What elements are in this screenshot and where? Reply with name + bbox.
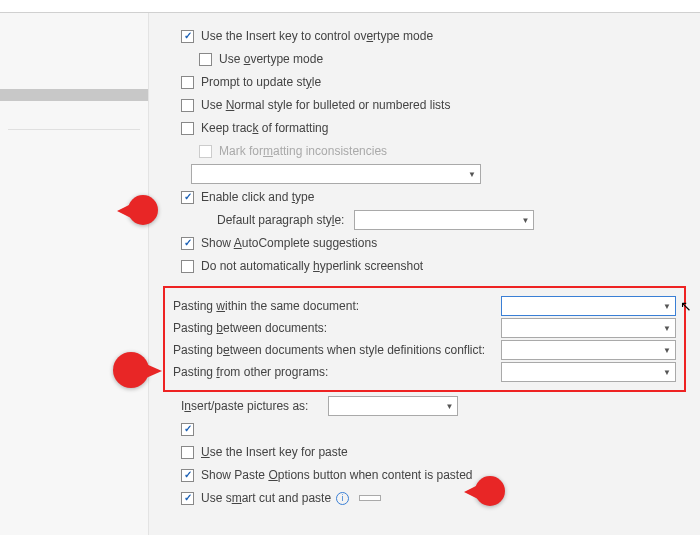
- dropdown-paste-within[interactable]: ▼: [501, 296, 676, 316]
- label-use-normal: Use Normal style for bulleted or numbere…: [201, 98, 450, 112]
- checkbox-use-insert-paste[interactable]: [181, 446, 194, 459]
- sidebar-item-save[interactable]: [0, 53, 148, 65]
- category-sidebar: [0, 13, 149, 535]
- checkbox-no-auto-hyperlink[interactable]: [181, 260, 194, 273]
- info-icon[interactable]: i: [336, 492, 349, 505]
- checkbox-keep-track[interactable]: [181, 122, 194, 135]
- sidebar-item-language[interactable]: [0, 65, 148, 77]
- label-no-auto-hyperlink: Do not automatically hyperlink screensho…: [201, 259, 423, 273]
- label-paste-conflict: Pasting between documents when style def…: [173, 343, 485, 357]
- chevron-down-icon: ▼: [663, 302, 671, 311]
- label-paste-between: Pasting between documents:: [173, 321, 327, 335]
- label-smart-cut-paste: Use smart cut and paste: [201, 491, 331, 505]
- checkbox-smart-cut-paste[interactable]: [181, 492, 194, 505]
- dropdown-paste-other[interactable]: ▼: [501, 362, 676, 382]
- callout-3: [475, 476, 505, 506]
- label-default-paragraph: Default paragraph style:: [217, 213, 344, 227]
- callout-2: [113, 352, 149, 388]
- sidebar-item-display[interactable]: [0, 29, 148, 41]
- label-enable-click-type: Enable click and type: [201, 190, 314, 204]
- chevron-down-icon: ▼: [663, 368, 671, 377]
- sidebar-item-ease[interactable]: [0, 77, 148, 89]
- checkbox-keep-bullets[interactable]: [181, 423, 194, 436]
- dialog-title: [0, 0, 700, 13]
- options-content: Use the Insert key to control overtype m…: [149, 13, 700, 535]
- sidebar-item-advanced[interactable]: [0, 89, 148, 101]
- sidebar-item-addins[interactable]: [0, 134, 148, 146]
- label-use-insert-paste: Use the Insert key for paste: [201, 445, 348, 459]
- label-paste-other: Pasting from other programs:: [173, 365, 328, 379]
- callout-1: [128, 195, 158, 225]
- dropdown-insert-paste-pictures[interactable]: ▼: [328, 396, 458, 416]
- label-use-overtype: Use overtype mode: [219, 52, 323, 66]
- chevron-down-icon: ▼: [468, 170, 476, 179]
- settings-button[interactable]: [359, 495, 381, 501]
- sidebar-item-trust[interactable]: [0, 146, 148, 158]
- cursor-icon: ↖: [680, 298, 692, 314]
- label-show-paste-options: Show Paste Options button when content i…: [201, 468, 473, 482]
- checkbox-show-paste-options[interactable]: [181, 469, 194, 482]
- chevron-down-icon: ▼: [663, 324, 671, 333]
- label-mark-inconsistencies: Mark formatting inconsistencies: [219, 144, 387, 158]
- label-insert-paste-pictures: Insert/paste pictures as:: [181, 399, 308, 413]
- sidebar-item-proofing[interactable]: [0, 41, 148, 53]
- label-use-insert-key: Use the Insert key to control overtype m…: [201, 29, 433, 43]
- dropdown-default-paragraph[interactable]: ▼: [354, 210, 534, 230]
- dropdown-paste-conflict[interactable]: ▼: [501, 340, 676, 360]
- chevron-down-icon: ▼: [446, 402, 454, 411]
- label-paste-within: Pasting within the same document:: [173, 299, 359, 313]
- chevron-down-icon: ▼: [663, 346, 671, 355]
- checkbox-prompt-update[interactable]: [181, 76, 194, 89]
- checkbox-use-insert-key[interactable]: [181, 30, 194, 43]
- chevron-down-icon: ▼: [522, 216, 530, 225]
- checkbox-mark-inconsistencies: [199, 145, 212, 158]
- label-prompt-update: Prompt to update style: [201, 75, 321, 89]
- label-keep-track: Keep track of formatting: [201, 121, 328, 135]
- checkbox-use-overtype[interactable]: [199, 53, 212, 66]
- dropdown-paste-between[interactable]: ▼: [501, 318, 676, 338]
- dialog-body: Use the Insert key to control overtype m…: [0, 13, 700, 535]
- checkbox-show-autocomplete[interactable]: [181, 237, 194, 250]
- checkbox-enable-click-type[interactable]: [181, 191, 194, 204]
- paste-options-highlight: ↖ Pasting within the same document: ▼ Pa…: [163, 286, 686, 392]
- label-show-autocomplete: Show AutoComplete suggestions: [201, 236, 377, 250]
- checkbox-use-normal[interactable]: [181, 99, 194, 112]
- sidebar-item-qat[interactable]: [0, 113, 148, 125]
- sidebar-item-general[interactable]: [0, 17, 148, 29]
- sidebar-item-customize-ribbon[interactable]: [0, 101, 148, 113]
- sidebar-separator: [8, 129, 140, 130]
- dropdown-updating-style[interactable]: ▼: [191, 164, 481, 184]
